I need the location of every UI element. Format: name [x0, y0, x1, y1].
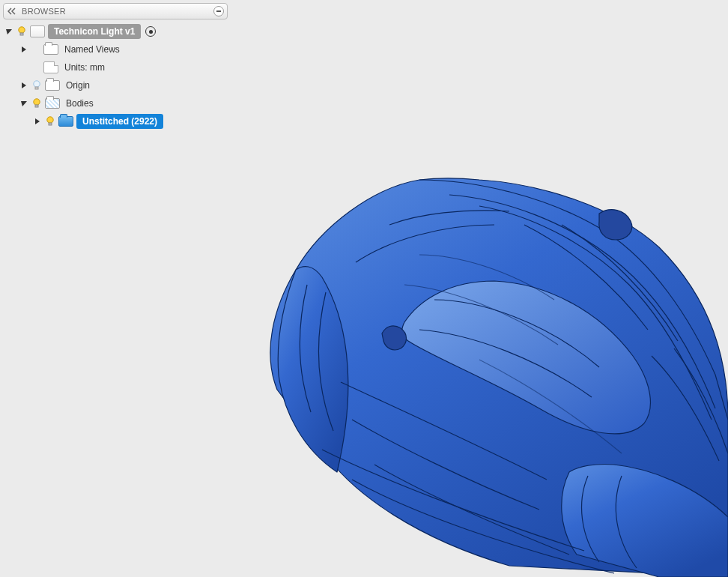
item-label: Bodies: [63, 97, 97, 110]
browser-tree: Technicon Light v1 Named Views Units: mm: [3, 22, 228, 130]
tree-root-component[interactable]: Technicon Light v1: [3, 22, 228, 40]
lightbulb-icon[interactable]: [16, 26, 27, 37]
lightbulb-off-icon[interactable]: [31, 80, 42, 91]
tree-item-bodies[interactable]: Bodies: [3, 94, 228, 112]
tree-item-origin[interactable]: Origin: [3, 76, 228, 94]
item-label: Unstitched (2922): [76, 114, 163, 129]
root-label: Technicon Light v1: [48, 24, 141, 39]
svg-point-4: [34, 99, 40, 105]
minimize-icon[interactable]: [213, 6, 224, 16]
svg-point-2: [34, 81, 40, 87]
folder-blue-icon: [58, 116, 73, 127]
svg-point-0: [19, 27, 25, 33]
lightbulb-icon[interactable]: [45, 116, 55, 127]
activate-target-icon[interactable]: [145, 26, 156, 37]
svg-rect-5: [35, 105, 38, 107]
expand-arrow-icon[interactable]: [33, 117, 42, 126]
svg-rect-1: [20, 33, 23, 35]
collapse-double-arrow-icon[interactable]: [7, 6, 17, 16]
browser-panel: BROWSER Technicon Light v1 Named Views: [3, 3, 228, 130]
tree-item-named-views[interactable]: Named Views: [3, 40, 228, 58]
lightbulb-icon[interactable]: [31, 98, 42, 109]
expand-arrow-icon[interactable]: [4, 27, 13, 36]
item-label: Units: mm: [61, 61, 108, 74]
expand-arrow-icon[interactable]: [19, 81, 28, 90]
folder-icon: [45, 80, 60, 91]
browser-header[interactable]: BROWSER: [3, 3, 228, 19]
browser-title: BROWSER: [22, 7, 209, 16]
document-icon: [43, 61, 58, 73]
svg-rect-7: [49, 123, 52, 125]
expand-arrow-icon[interactable]: [19, 45, 28, 54]
item-label: Origin: [63, 79, 93, 92]
item-label: Named Views: [61, 43, 123, 56]
folder-icon: [43, 44, 58, 55]
folder-hatched-icon: [45, 98, 60, 109]
svg-point-6: [47, 117, 53, 123]
tree-item-units[interactable]: Units: mm: [3, 58, 228, 76]
svg-rect-3: [35, 87, 38, 89]
expand-arrow-icon[interactable]: [19, 99, 28, 108]
tree-item-unstitched[interactable]: Unstitched (2922): [3, 112, 228, 130]
component-icon: [30, 25, 45, 37]
